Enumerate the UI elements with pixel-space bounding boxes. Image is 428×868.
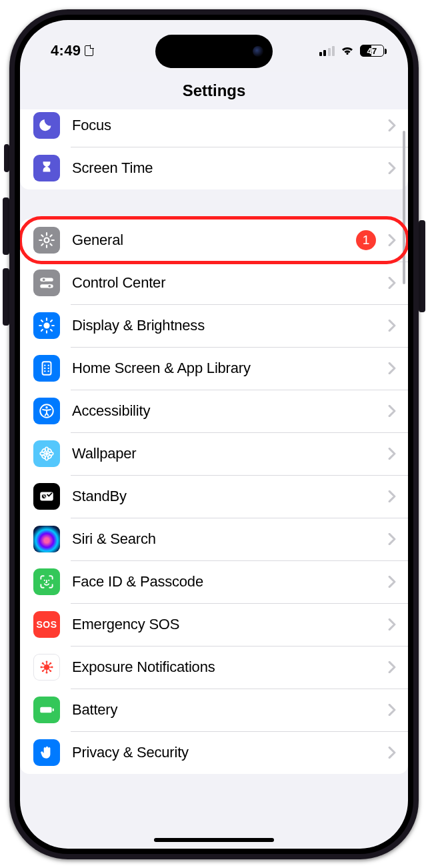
settings-group: FocusScreen Time — [20, 109, 408, 189]
settings-row-privacy[interactable]: Privacy & Security — [20, 731, 408, 774]
chevron-right-icon — [388, 362, 396, 374]
row-label: Face ID & Passcode — [72, 573, 376, 590]
settings-row-homescreen[interactable]: Home Screen & App Library — [20, 347, 408, 390]
settings-row-focus[interactable]: Focus — [20, 109, 408, 147]
settings-row-battery[interactable]: Battery — [20, 689, 408, 731]
chevron-right-icon — [388, 747, 396, 759]
home-indicator[interactable] — [154, 838, 274, 842]
chevron-right-icon — [388, 405, 396, 417]
settings-row-general[interactable]: General1 — [20, 219, 408, 262]
nav-bar: Settings — [20, 72, 408, 109]
settings-row-standby[interactable]: StandBy — [20, 475, 408, 518]
settings-row-wallpaper[interactable]: Wallpaper — [20, 432, 408, 475]
camera-icon — [253, 46, 263, 57]
settings-row-display[interactable]: Display & Brightness — [20, 304, 408, 347]
virus-icon — [33, 654, 60, 681]
hourglass-icon — [33, 155, 60, 181]
sim-icon — [85, 45, 93, 56]
row-label: Control Center — [72, 274, 376, 292]
chevron-right-icon — [388, 576, 396, 588]
moon-icon — [33, 112, 60, 139]
faceid-icon — [33, 568, 60, 595]
sliders-icon — [33, 270, 60, 296]
sun-icon — [33, 312, 60, 339]
siri-icon — [33, 526, 60, 552]
row-label: Battery — [72, 701, 376, 719]
row-label: General — [72, 232, 344, 249]
cellular-signal-icon — [319, 45, 335, 56]
hand-icon — [33, 739, 60, 766]
chevron-right-icon — [388, 119, 396, 131]
battery-percent: 47 — [367, 46, 377, 56]
settings-row-controlcenter[interactable]: Control Center — [20, 262, 408, 304]
settings-row-accessibility[interactable]: Accessibility — [20, 390, 408, 432]
settings-row-faceid[interactable]: Face ID & Passcode — [20, 560, 408, 603]
sos-icon: SOS — [33, 611, 60, 638]
chevron-right-icon — [388, 162, 396, 174]
chevron-right-icon — [388, 704, 396, 716]
settings-row-sos[interactable]: SOSEmergency SOS — [20, 603, 408, 646]
chevron-right-icon — [388, 234, 396, 246]
chevron-right-icon — [388, 618, 396, 630]
row-label: Screen Time — [72, 159, 376, 177]
battery-icon — [33, 697, 60, 723]
row-label: Focus — [72, 117, 376, 134]
settings-row-screentime[interactable]: Screen Time — [20, 147, 408, 189]
row-label: Exposure Notifications — [72, 659, 376, 676]
chevron-right-icon — [388, 490, 396, 502]
chevron-right-icon — [388, 320, 396, 332]
flower-icon — [33, 440, 60, 467]
chevron-right-icon — [388, 533, 396, 545]
row-label: Emergency SOS — [72, 616, 376, 633]
chevron-right-icon — [388, 277, 396, 289]
notification-badge: 1 — [356, 230, 376, 250]
page-title: Settings — [183, 81, 246, 100]
gear-icon — [33, 227, 60, 254]
settings-list[interactable]: FocusScreen TimeGeneral1Control CenterDi… — [20, 109, 408, 849]
apps-icon — [33, 355, 60, 382]
row-label: StandBy — [72, 488, 376, 505]
access-icon — [33, 398, 60, 424]
row-label: Display & Brightness — [72, 317, 376, 334]
row-label: Accessibility — [72, 402, 376, 420]
clockcard-icon — [33, 483, 60, 510]
settings-row-siri[interactable]: Siri & Search — [20, 518, 408, 560]
row-label: Wallpaper — [72, 445, 376, 462]
chevron-right-icon — [388, 448, 396, 460]
battery-icon: 47 — [360, 45, 384, 57]
settings-row-exposure[interactable]: Exposure Notifications — [20, 646, 408, 689]
screen: 4:49 47 — [20, 20, 408, 849]
row-label: Siri & Search — [72, 530, 376, 548]
settings-group: General1Control CenterDisplay & Brightne… — [20, 219, 408, 774]
scroll-indicator — [403, 131, 405, 284]
chevron-right-icon — [388, 661, 396, 673]
status-time: 4:49 — [51, 42, 81, 59]
row-label: Home Screen & App Library — [72, 360, 376, 377]
row-label: Privacy & Security — [72, 744, 376, 761]
dynamic-island — [155, 35, 273, 68]
wifi-icon — [340, 45, 355, 56]
